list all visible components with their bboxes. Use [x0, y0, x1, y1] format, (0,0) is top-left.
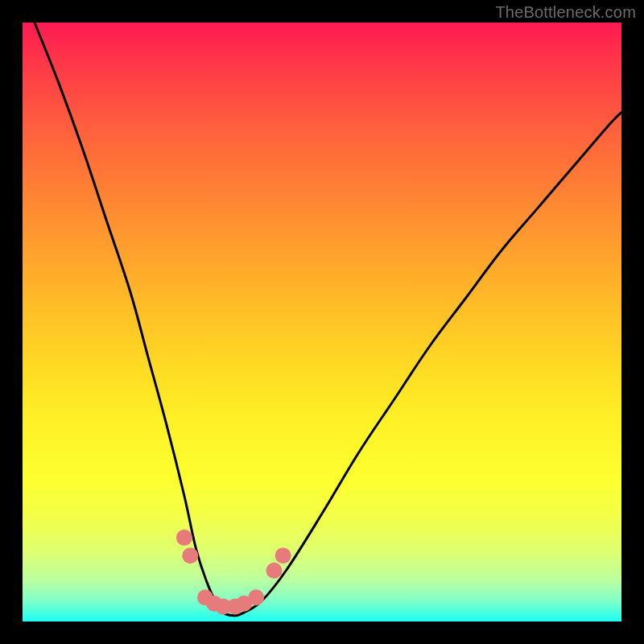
plot-area — [23, 23, 621, 621]
bottleneck-curve — [35, 23, 621, 616]
curve-marker — [176, 530, 192, 546]
watermark-text: TheBottleneck.com — [495, 3, 636, 22]
curve-marker — [266, 563, 282, 579]
chart-frame: TheBottleneck.com — [0, 0, 644, 644]
curve-marker — [248, 589, 264, 605]
curve-marker — [182, 547, 198, 564]
chart-svg — [23, 23, 621, 621]
curve-marker — [275, 547, 291, 564]
